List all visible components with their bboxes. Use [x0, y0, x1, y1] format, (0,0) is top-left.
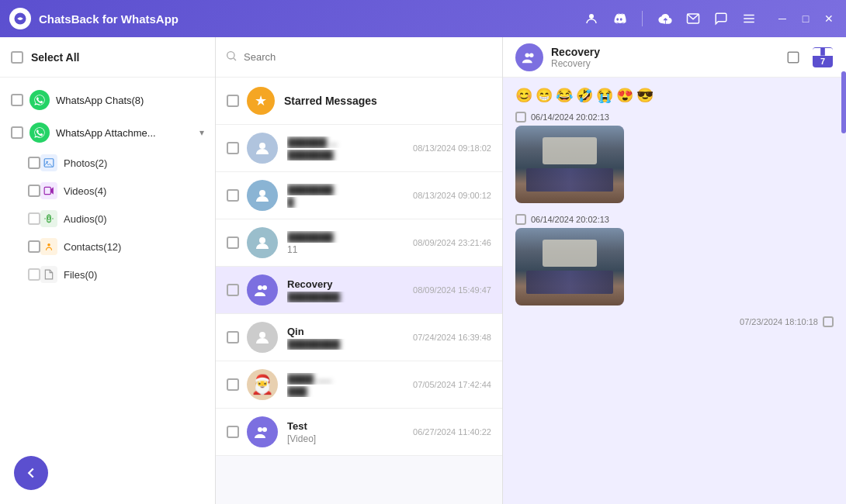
sidebar-item-whatsapp-chats[interactable]: WhatsApp Chats(8)	[0, 84, 215, 116]
whatsapp-chats-checkbox[interactable]	[11, 94, 23, 106]
sub-item-videos[interactable]: Videos(4)	[0, 177, 215, 205]
chat-2-name: ███████	[287, 184, 407, 195]
emoji-row: 😊 😁 😂 🤣 😭 😍 😎	[515, 87, 834, 104]
scrollbar-track[interactable]	[841, 40, 846, 475]
chat-item-test[interactable]: Test [Video] 06/27/2024 11:40:22	[216, 409, 502, 456]
person-icon[interactable]	[583, 10, 600, 27]
message-icon[interactable]	[713, 10, 730, 27]
test-name: Test	[287, 420, 407, 432]
sub-item-files[interactable]: Files(0)	[0, 261, 215, 288]
svg-point-21	[262, 427, 267, 432]
sidebar-item-whatsapp-attachments[interactable]: WhatsApp Attachme... ▾	[0, 116, 215, 149]
qin-info: Qin ████████	[287, 326, 407, 350]
audios-checkbox[interactable]	[28, 212, 40, 225]
toolbar-divider	[642, 11, 643, 26]
chat-item-2[interactable]: ███████ █ 08/13/2024 09:00:12	[216, 172, 502, 219]
mail-icon[interactable]	[685, 10, 702, 27]
chat-1-name: ██████ ...	[287, 136, 407, 148]
sub-item-audios[interactable]: Audios(0)	[0, 205, 215, 233]
discord-icon[interactable]	[611, 10, 628, 27]
sidebar-header: Select All	[0, 37, 215, 78]
chat-item-qin[interactable]: Qin ████████ 07/24/2024 16:39:48	[216, 314, 502, 361]
last-msg-checkbox[interactable]	[823, 316, 834, 327]
chat-3-preview: 11	[287, 244, 407, 255]
cloud-icon[interactable]	[657, 10, 674, 27]
message-1: 06/14/2024 20:02:13	[515, 112, 834, 203]
qin-checkbox[interactable]	[227, 331, 239, 343]
chat-6-checkbox[interactable]	[227, 378, 239, 391]
scrollbar-thumb[interactable]	[841, 71, 846, 133]
right-contact-sub: Recovery	[551, 58, 600, 69]
sub-item-contacts[interactable]: Contacts(12)	[0, 233, 215, 261]
title-bar: ChatsBack for WhatsApp ─ □ ✕	[0, 0, 846, 37]
chat-1-checkbox[interactable]	[227, 142, 239, 154]
svg-point-17	[258, 285, 262, 290]
photos-checkbox[interactable]	[28, 157, 40, 169]
menu-icon[interactable]	[740, 10, 758, 27]
chat-item-recovery[interactable]: Recovery ████████ 08/09/2024 15:49:47	[216, 267, 502, 314]
chat-2-checkbox[interactable]	[227, 189, 239, 202]
sub-items: Photos(2) Videos(4) Audios(0)	[0, 149, 215, 288]
svg-rect-24	[788, 52, 799, 63]
sidebar-items: WhatsApp Chats(8) WhatsApp Attachme... ▾	[0, 78, 215, 504]
message-2-image	[515, 228, 624, 306]
header-square-icon[interactable]	[782, 47, 804, 68]
recovery-time: 08/09/2024 15:49:47	[413, 285, 491, 295]
chat-item-1[interactable]: ██████ ... ███████ 08/13/2024 09:18:02	[216, 125, 502, 172]
chat-item-3[interactable]: ███████ 11 08/09/2024 23:21:46	[216, 219, 502, 267]
back-button[interactable]	[14, 456, 48, 490]
select-all-label: Select All	[31, 51, 80, 64]
test-time: 06/27/2024 11:40:22	[413, 427, 491, 437]
message-1-checkbox[interactable]	[515, 112, 526, 123]
svg-point-14	[259, 143, 265, 149]
window-controls: ─ □ ✕	[775, 11, 837, 26]
chat-1-info: ██████ ... ███████	[287, 136, 407, 161]
test-preview: [Video]	[287, 433, 407, 444]
right-panel: Recovery Recovery ▐▌ 7 😊 😁	[503, 37, 846, 504]
qin-time: 07/24/2024 16:39:48	[413, 333, 491, 342]
search-icon	[225, 50, 238, 65]
chat-item-6[interactable]: 🎅 ████ ...... ███ 07/05/2024 17:42:44	[216, 361, 502, 409]
recovery-checkbox[interactable]	[227, 284, 239, 296]
chat-3-checkbox[interactable]	[227, 236, 239, 249]
svg-point-16	[259, 237, 265, 243]
test-checkbox[interactable]	[227, 426, 239, 438]
chat-3-avatar	[247, 227, 278, 258]
emoji-5: 😭	[596, 87, 613, 104]
svg-rect-8	[44, 187, 50, 194]
starred-checkbox[interactable]	[227, 95, 239, 107]
svg-point-22	[525, 53, 530, 57]
minimize-button[interactable]: ─	[775, 11, 790, 26]
starred-messages-row[interactable]: ★ Starred Messages	[216, 78, 502, 125]
app-logo	[9, 8, 31, 29]
files-label: Files(0)	[64, 269, 97, 281]
sub-item-photos[interactable]: Photos(2)	[0, 149, 215, 177]
contacts-checkbox[interactable]	[28, 240, 40, 253]
chevron-icon: ▾	[199, 127, 204, 138]
chat-2-avatar	[247, 180, 278, 211]
select-all-checkbox[interactable]	[11, 51, 23, 64]
header-calendar-icon[interactable]: ▐▌ 7	[812, 47, 834, 68]
svg-point-1	[589, 14, 594, 19]
message-1-image	[515, 126, 624, 203]
svg-point-23	[529, 53, 534, 57]
maximize-button[interactable]: □	[798, 11, 813, 26]
chat-1-preview: ███████	[287, 150, 407, 161]
emoji-3: 😂	[556, 87, 573, 104]
search-input[interactable]	[244, 51, 493, 63]
chat-2-info: ███████ █	[287, 184, 407, 208]
svg-rect-6	[44, 159, 54, 167]
whatsapp-attachments-checkbox[interactable]	[11, 126, 23, 139]
files-checkbox[interactable]	[28, 268, 40, 281]
chat-6-preview: ███	[287, 386, 407, 397]
recovery-info: Recovery ████████	[287, 278, 407, 302]
chat-1-time: 08/13/2024 09:18:02	[413, 143, 491, 153]
chat-6-name: ████ ......	[287, 373, 407, 385]
videos-checkbox[interactable]	[28, 185, 40, 197]
svg-point-10	[47, 217, 50, 220]
message-2-checkbox[interactable]	[515, 214, 526, 225]
close-button[interactable]: ✕	[821, 11, 837, 26]
sidebar: Select All WhatsApp Chats(8) WhatsApp At…	[0, 37, 216, 504]
whatsapp-chats-label: WhatsApp Chats(8)	[56, 95, 204, 106]
chat-2-preview: █	[287, 197, 407, 208]
